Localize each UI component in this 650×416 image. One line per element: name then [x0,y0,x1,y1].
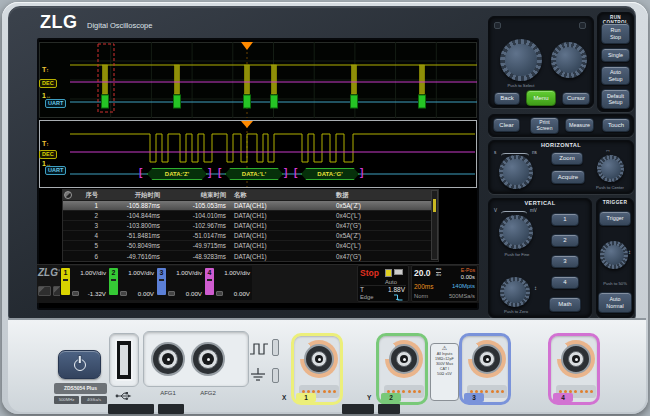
sample-rate: 500MSa/s [449,293,475,299]
left-right-arrows-icon: ↔ [605,147,611,153]
decoder-label-uart[interactable]: UART [45,99,66,108]
cell-name: DATA(CH1) [231,222,333,229]
trigger-type: Edge [360,294,374,300]
knob-a-led [494,22,501,29]
table-row[interactable]: 5-50.8049ms-49.9715msDATA(CH1)0x4C('L') [63,241,438,251]
channel3-badge: 3 [157,268,166,295]
cell-name: DATA(CH1) [231,232,333,239]
device-foot [158,404,184,414]
warning-icon: ⚠ [431,344,458,352]
clear-button[interactable]: Clear [493,118,520,132]
sample-mode: Norm [414,293,428,299]
cursor-button[interactable]: Cursor [562,92,590,105]
decode-bracket: ] [284,167,287,179]
cell-index: 1 [63,202,103,209]
device-foot [342,404,374,414]
run-stop-button[interactable]: Run Stop [601,23,630,44]
cell-index: 6 [63,253,103,260]
channel3-status[interactable]: 3 1.00V/div 0.00V [156,266,204,300]
cell-name: DATA(CH1) [231,212,333,219]
trigger-level-marker-zoom[interactable]: T↕ [42,140,49,148]
channel4-status[interactable]: 4 1.00V/div 0.00V [204,266,252,300]
power-button[interactable] [58,350,101,379]
cell-index: 3 [63,222,103,229]
vertical-position-knob[interactable] [500,277,530,307]
channel2-button[interactable]: 2 [551,234,579,247]
auto-setup-button[interactable]: Auto Setup [601,66,630,85]
waveform-main [70,42,477,118]
comp-terminal-signal [272,339,279,356]
table-row[interactable]: 1-105.887ms-105.053msDATA(CH1)0x5A('Z') [63,201,438,211]
channel1-number-tab: 1 [296,393,316,402]
decoder-label-dec-zoom[interactable]: DEC [39,150,57,159]
auto-normal-button[interactable]: Auto Normal [598,292,632,313]
channel1-scale: 1.00V/div [80,269,106,276]
menu-button[interactable]: Menu [526,90,556,106]
table-row[interactable]: 4-51.8481ms-51.0147msDATA(CH1)0x5A('Z') [63,231,438,241]
acquisition-state: Stop [360,268,379,278]
col-header-name: 名称 [231,191,333,200]
bandwidth-badge: 500MHz [54,396,79,404]
timebase-unit: ms div [436,267,441,278]
acquire-button[interactable]: Acquire [551,170,585,184]
back-button[interactable]: Back [494,92,520,105]
trigger-level-marker[interactable]: T↕ [42,66,49,74]
cell-name: DATA(CH1) [231,242,333,249]
vertical-scale-knob[interactable] [499,215,533,249]
events-list-icon[interactable] [64,191,72,199]
channel2-scale: 1.00V/div [128,269,154,276]
multifunction-knob-a[interactable] [500,39,542,81]
comp-terminal-ground [272,368,279,383]
decoder-label-dec[interactable]: DEC [39,79,57,88]
decode-events-table: 序号 开始时间 结束时间 名称 数据 1-105.887ms-105.053ms… [62,189,439,262]
scrollbar-thumb[interactable] [433,199,436,212]
channel3-button[interactable]: 3 [551,255,579,268]
channel2-offset: 0.00V [138,290,154,297]
print-screen-button[interactable]: Print Screen [530,117,559,134]
afg1-label: AFG1 [156,390,180,396]
square-wave-icon [249,342,269,356]
channel4-input: 4 [548,333,600,405]
trigger-level-knob[interactable] [600,241,628,269]
decoder-label-uart-zoom[interactable]: UART [45,166,66,175]
single-button[interactable]: Single [601,48,630,62]
cell-start: -103.800ms [103,222,165,229]
table-row[interactable]: 6-49.7616ms-48.9283msDATA(CH1)0x47('G') [63,251,438,261]
screen-tool-icon-a[interactable] [38,286,51,296]
timebase-status-box[interactable]: 20.0 ms div E-Pos 0.00s 200ms 140Mpts No… [411,265,478,302]
table-row[interactable]: 3-103.800ms-102.967msDATA(CH1)0x47('G') [63,221,438,231]
timebase-scale: 20.0 [414,268,431,278]
multifunction-knob-b[interactable] [551,42,587,78]
col-header-end: 结束时间 [165,191,231,200]
horizontal-scale-knob[interactable] [499,155,533,189]
decode-bracket: ] [360,167,363,179]
edge-slope-icon [393,294,404,302]
push-to-zero-label: Push to Zero [491,309,541,314]
cell-data: 0x5A('Z') [333,232,438,239]
channel2-status[interactable]: 2 1.00V/div 0.00V [108,266,156,300]
zoom-button[interactable]: Zoom [551,152,583,165]
ground-icon [249,368,267,382]
default-setup-button[interactable]: Default Setup [601,89,630,109]
channel3-offset: 0.00V [186,290,202,297]
trigger-status-box[interactable]: Stop Auto T 1.88V Edge [357,265,409,302]
knob-b-led [579,22,586,29]
channel1-button[interactable]: 1 [551,213,579,226]
channel1-status[interactable]: 1 1.00V/div -1.32V [60,266,108,300]
channel2-number-tab: 2 [381,393,401,402]
table-row[interactable]: 2-104.844ms-104.010msDATA(CH1)0x4C('L') [63,211,438,221]
decoded-byte-bubble: DATA:'L' [225,168,283,180]
channel2-bnc [389,344,419,374]
channel4-badge: 4 [205,268,214,295]
probe-ratio-icon [168,291,175,296]
measure-button[interactable]: Measure [565,118,594,132]
decode-bracket: ] [208,167,211,179]
horizontal-position-knob[interactable] [597,155,624,182]
channel1-bnc [304,344,334,374]
math-button[interactable]: Math [549,297,581,312]
touch-button[interactable]: Touch [602,118,630,132]
channel4-button[interactable]: 4 [551,276,579,289]
trigger-menu-button[interactable]: Trigger [599,211,631,226]
channel4-number-tab: 4 [553,393,573,402]
table-scrollbar[interactable] [431,190,438,260]
